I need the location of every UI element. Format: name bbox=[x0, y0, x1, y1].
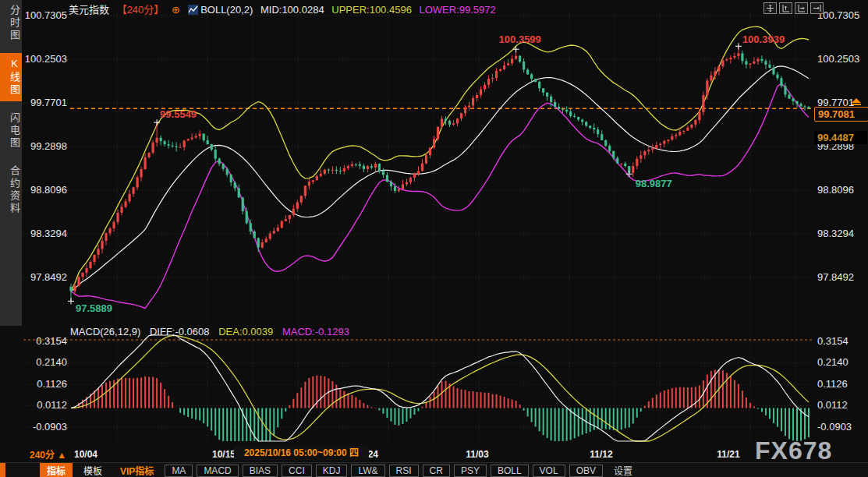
macd-tick-left: -0.0903 bbox=[33, 421, 67, 433]
price-tick-right: 98.8096 bbox=[817, 184, 854, 196]
macd-macd-value: MACD:-0.1293 bbox=[282, 326, 349, 337]
macd-tick-left: 0.1126 bbox=[37, 378, 67, 390]
macd-dea-value: DEA:0.0039 bbox=[218, 326, 273, 337]
sidebar-tab-K线图[interactable]: K线图 bbox=[0, 53, 22, 101]
symbol-name: 美元指数 bbox=[69, 4, 109, 16]
collapse-right-icon[interactable] bbox=[810, 2, 824, 14]
sidebar-tab-分时图[interactable]: 分时图 bbox=[0, 0, 22, 47]
svg-text:100.3599: 100.3599 bbox=[499, 34, 541, 45]
indicator-toolbar: 指标模板VIP指标MAMACDBIASCCIKDJLW&RSICRPSYBOLL… bbox=[0, 462, 868, 477]
y-axis-scale-icon[interactable] bbox=[779, 2, 792, 14]
toolbar-item-MACD[interactable]: MACD bbox=[197, 465, 238, 477]
toolbar-item-VIP指标[interactable]: VIP指标 bbox=[113, 463, 161, 477]
x-axis-scroll-icon[interactable] bbox=[795, 2, 808, 14]
sidebar-tab-闪电图[interactable]: 闪电图 bbox=[0, 108, 22, 154]
period-selector[interactable]: 240分 ▲ bbox=[30, 447, 66, 461]
price-tick-left: 100.2503 bbox=[25, 53, 67, 65]
candlestick-chart[interactable]: 97.588999.5549100.359998.9877100.3939100… bbox=[0, 0, 868, 477]
macd-label: MACD(26,12,9) bbox=[70, 326, 140, 337]
toolbar-item-CR[interactable]: CR bbox=[423, 465, 450, 477]
macd-tick-right: 0.3154 bbox=[817, 335, 849, 347]
pan-icon[interactable] bbox=[763, 2, 777, 14]
price-tick-right: 98.3294 bbox=[817, 228, 854, 239]
svg-text:97.5889: 97.5889 bbox=[76, 302, 112, 314]
macd-tick-right: -0.0903 bbox=[817, 421, 852, 433]
price-tick-left: 100.7305 bbox=[25, 9, 67, 21]
price-tick-right: 100.2503 bbox=[817, 53, 859, 65]
price-tick-right: 97.8492 bbox=[817, 271, 854, 283]
toolbar-item-OBV[interactable]: OBV bbox=[569, 465, 603, 477]
macd-tick-left: 0.3154 bbox=[36, 335, 67, 347]
trading-app-window: 分时图K线图闪电图合约资料 美元指数 【240分】 ⊕ BOLL(20,2) M… bbox=[0, 0, 868, 477]
toolbar-accent-bar bbox=[0, 463, 5, 477]
macd-tick-right: 0.1126 bbox=[817, 378, 848, 390]
chart-header: 美元指数 【240分】 ⊕ BOLL(20,2) MID:100.0284 UP… bbox=[69, 2, 501, 14]
bollinger-layer bbox=[71, 26, 809, 308]
macd-layer bbox=[71, 335, 809, 441]
fx678-watermark: FX678 bbox=[755, 436, 832, 465]
boll-lower-value: LOWER:99.5972 bbox=[420, 4, 496, 16]
toolbar-item-RSI[interactable]: RSI bbox=[389, 465, 419, 477]
sidebar-tab-合约资料[interactable]: 合约资料 bbox=[0, 161, 22, 220]
toolbar-item-MA[interactable]: MA bbox=[165, 465, 193, 477]
link-icon[interactable]: ⊕ bbox=[172, 4, 180, 16]
boll-label: BOLL(20,2) bbox=[200, 4, 253, 16]
svg-text:98.9877: 98.9877 bbox=[636, 178, 672, 189]
macd-header: MACD(26,12,9) DIFF:-0.0608 DEA:0.0039 MA… bbox=[70, 326, 356, 337]
toolbar-item-BIAS[interactable]: BIAS bbox=[243, 465, 278, 477]
price-tick-left: 98.3294 bbox=[30, 228, 67, 239]
toolbar-item-LW&[interactable]: LW& bbox=[351, 465, 384, 477]
toolbar-item-PSY[interactable]: PSY bbox=[454, 465, 487, 477]
date-tick-label: 11/21 bbox=[717, 449, 740, 460]
date-tick-label: 10/04 bbox=[74, 449, 97, 460]
toolbar-item-指标[interactable]: 指标 bbox=[40, 463, 73, 477]
price-tick-right: 100.7305 bbox=[817, 9, 859, 21]
date-tick-label: 11/12 bbox=[590, 449, 613, 460]
macd-tick-left: 0.0112 bbox=[37, 399, 67, 411]
price-tick-left: 99.7701 bbox=[30, 97, 67, 108]
period-badge[interactable]: 【240分】 bbox=[117, 4, 165, 16]
toolbar-item-VOL[interactable]: VOL bbox=[533, 465, 565, 477]
toolbar-item-模板[interactable]: 模板 bbox=[76, 463, 109, 477]
chart-tools bbox=[763, 2, 824, 14]
date-tick-label: 11/03 bbox=[466, 449, 489, 460]
current-price-badge: 99.7081 bbox=[814, 107, 868, 122]
date-tick-label: 10/15 bbox=[212, 449, 236, 460]
macd-tick-right: 0.0112 bbox=[817, 399, 848, 411]
chart-type-sidebar: 分时图K线图闪电图合约资料 bbox=[0, 0, 22, 326]
svg-text:99.5549: 99.5549 bbox=[160, 108, 197, 120]
price-tick-left: 97.8492 bbox=[30, 271, 67, 283]
price-tick-left: 99.2898 bbox=[30, 140, 67, 152]
svg-text:100.3939: 100.3939 bbox=[742, 34, 785, 45]
boll-upper-value: UPPER:100.4596 bbox=[331, 4, 412, 16]
boll-mid-value: MID:100.0284 bbox=[260, 4, 324, 16]
toolbar-item-CCI[interactable]: CCI bbox=[282, 465, 312, 477]
indicator-chart-icon[interactable] bbox=[188, 5, 198, 15]
macd-tick-left: 0.2140 bbox=[36, 356, 67, 368]
secondary-price-badge: 99.4487 bbox=[814, 131, 867, 144]
time-range-tooltip: 2025/10/16 05:00~09:00 四 bbox=[234, 446, 369, 461]
annotations-layer: 97.588999.5549100.359998.9877100.3939 bbox=[68, 34, 785, 314]
toolbar-item-BOLL[interactable]: BOLL bbox=[491, 465, 529, 477]
price-arrow-marker bbox=[852, 98, 861, 105]
macd-diff-value: DIFF:-0.0608 bbox=[150, 326, 210, 337]
price-tick-left: 98.8096 bbox=[30, 184, 67, 196]
macd-tick-right: 0.2140 bbox=[817, 356, 849, 368]
toolbar-item-设置[interactable]: 设置 bbox=[607, 463, 639, 477]
toolbar-item-KDJ[interactable]: KDJ bbox=[316, 465, 348, 477]
